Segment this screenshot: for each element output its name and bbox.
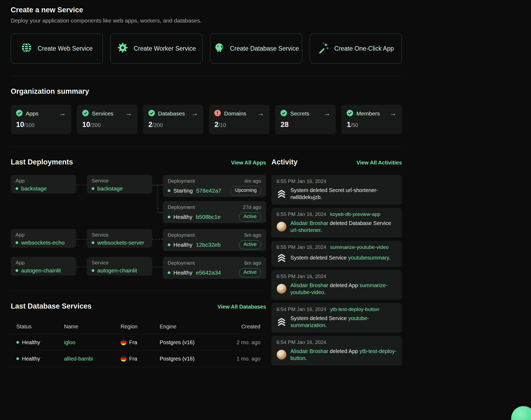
chat-bubble-button[interactable] bbox=[511, 406, 531, 420]
deployment-card[interactable]: Deployment 4m ago Starting 578e42a7 Upco… bbox=[163, 175, 266, 197]
activity-time: 6:54 PM Jan 16, 2024 bbox=[276, 306, 326, 312]
deployment-id-link[interactable]: 578e42a7 bbox=[196, 188, 221, 194]
create-one-click-app-label: Create One-Click App bbox=[334, 45, 394, 52]
activity-time: 6:55 PM Jan 16, 2024 bbox=[276, 273, 326, 279]
koyeb-logo-icon bbox=[276, 189, 287, 199]
deployment-label: Deployment bbox=[168, 178, 195, 184]
status-dot bbox=[16, 269, 18, 272]
deployment-card[interactable]: Deployment 5m ago Healthy 12bc32eb Activ… bbox=[163, 229, 266, 251]
deployment-badge: Active bbox=[239, 240, 261, 249]
app-name-link[interactable]: websockets-echo bbox=[21, 239, 65, 246]
koyeb-logo-icon bbox=[276, 317, 287, 327]
activity-app-link[interactable]: koyeb-db-preview-app bbox=[330, 211, 380, 217]
connector-line bbox=[152, 239, 163, 239]
deployment-id-link[interactable]: 12bc32eb bbox=[196, 242, 220, 248]
summary-card-databases[interactable]: Databases → 2/200 bbox=[143, 105, 204, 134]
deployment-card[interactable]: Deployment 27d ago Healthy b508bc1e Acti… bbox=[163, 201, 266, 223]
create-buttons-row: Create Web Service Create Worker Service bbox=[11, 33, 402, 63]
summary-card-services[interactable]: Services → 10/200 bbox=[77, 105, 137, 134]
service-name-link[interactable]: websockets-server bbox=[97, 239, 144, 246]
summary-card-secrets[interactable]: Secrets → 28 bbox=[275, 105, 336, 134]
create-worker-service-button[interactable]: Create Worker Service bbox=[110, 33, 203, 63]
status-dot bbox=[92, 187, 94, 190]
activity-suffix: . bbox=[325, 322, 327, 328]
database-row[interactable]: Healthy allied-bambi Fra Postgres (v16) … bbox=[11, 350, 266, 367]
status-dot bbox=[16, 341, 19, 344]
db-name-link[interactable]: allied-bambi bbox=[64, 356, 121, 362]
connector-branch bbox=[152, 175, 163, 223]
activity-actor-link[interactable]: Alisdair Broshar bbox=[290, 348, 328, 354]
service-card[interactable]: Service backstage bbox=[87, 175, 152, 194]
db-name-link[interactable]: igloo bbox=[64, 339, 121, 346]
check-circle-icon bbox=[82, 110, 89, 117]
avatar bbox=[276, 284, 287, 294]
status-dot bbox=[92, 241, 94, 244]
deployment-label: Deployment bbox=[168, 232, 195, 238]
database-table: Status Name Region Engine Created Health… bbox=[11, 319, 266, 367]
arrow-right-icon: → bbox=[257, 110, 264, 117]
last-database-services-section: Last Database Services View All Database… bbox=[11, 291, 266, 367]
db-region: Fra bbox=[129, 339, 137, 346]
activity-object-link[interactable]: url-shortener bbox=[290, 227, 320, 233]
app-name-link[interactable]: autogen-chainlit bbox=[21, 267, 61, 274]
activity-actor: System bbox=[290, 255, 308, 261]
activity-action: deleted Secret bbox=[310, 187, 344, 193]
app-card[interactable]: App autogen-chainlit bbox=[11, 257, 76, 276]
create-database-service-button[interactable]: Create Database Service bbox=[210, 33, 302, 63]
deployment-badge: Upcoming bbox=[230, 186, 261, 195]
create-worker-service-label: Create Worker Service bbox=[134, 45, 196, 52]
deployment-id-link[interactable]: e5642a34 bbox=[196, 269, 221, 276]
status-dot bbox=[16, 241, 18, 244]
postgres-icon bbox=[214, 42, 225, 55]
activity-app-link[interactable]: ytb-test-deploy-button bbox=[330, 306, 379, 312]
db-region: Fra bbox=[129, 356, 137, 362]
activity-actor: System bbox=[290, 187, 308, 193]
connector-line bbox=[76, 267, 87, 267]
column-header-name: Name bbox=[64, 324, 121, 330]
status-dot bbox=[16, 187, 18, 190]
db-created: 1 mo. ago bbox=[220, 356, 260, 362]
column-header-created: Created bbox=[220, 324, 260, 330]
deployment-card[interactable]: Deployment 6m ago Healthy e5642a34 Activ… bbox=[163, 257, 266, 279]
app-card[interactable]: App websockets-echo bbox=[11, 229, 76, 248]
db-status: Healthy bbox=[22, 356, 40, 362]
activity-actor-link[interactable]: Alisdair Broshar bbox=[290, 220, 328, 226]
summary-card-members[interactable]: Members → 1/50 bbox=[341, 105, 402, 134]
deployment-status: Starting bbox=[173, 188, 193, 194]
column-header-status: Status bbox=[16, 324, 64, 330]
service-card[interactable]: Service autogen-chainlit bbox=[87, 257, 152, 276]
view-all-apps-link[interactable]: View All Apps bbox=[231, 160, 266, 166]
activity-app-link[interactable]: summarize-youtube-video bbox=[330, 244, 389, 250]
connector-line bbox=[152, 267, 163, 267]
db-status: Healthy bbox=[22, 339, 40, 346]
app-name-link[interactable]: backstage bbox=[21, 185, 47, 192]
service-card[interactable]: Service websockets-server bbox=[87, 229, 152, 248]
service-name-link[interactable]: backstage bbox=[97, 185, 123, 192]
create-service-title: Create a new Service bbox=[11, 6, 402, 14]
deployment-status: Healthy bbox=[173, 214, 192, 220]
create-web-service-label: Create Web Service bbox=[38, 45, 92, 52]
app-card[interactable]: App backstage bbox=[11, 175, 76, 194]
organization-summary-title: Organization summary bbox=[11, 87, 402, 96]
service-name-link[interactable]: autogen-chainlit bbox=[97, 267, 137, 274]
create-one-click-app-button[interactable]: Create One-Click App bbox=[310, 33, 402, 63]
view-all-databases-link[interactable]: View All Databases bbox=[218, 304, 266, 310]
database-row[interactable]: Healthy igloo Fra Postgres (v16) 2 mo. a… bbox=[11, 334, 266, 350]
activity-item: 6:55 PM Jan 16, 2024 System deleted Secr… bbox=[271, 175, 402, 205]
service-label: Service bbox=[92, 178, 147, 184]
activity-object-link[interactable]: youtubesummary bbox=[348, 255, 389, 261]
deployment-id-link[interactable]: b508bc1e bbox=[196, 214, 220, 220]
view-all-activities-link[interactable]: View All Activities bbox=[357, 160, 402, 166]
create-database-service-label: Create Database Service bbox=[230, 45, 299, 52]
summary-card-label: Apps bbox=[26, 110, 56, 117]
connector-line bbox=[76, 185, 87, 185]
app-label: App bbox=[16, 260, 71, 266]
organization-summary-section: Organization summary Apps → 10/100 Servi… bbox=[11, 76, 402, 134]
summary-card-domains[interactable]: Domains → 2/10 bbox=[209, 105, 270, 134]
arrow-right-icon: → bbox=[191, 110, 198, 117]
summary-card-apps[interactable]: Apps → 10/100 bbox=[11, 105, 71, 134]
create-web-service-button[interactable]: Create Web Service bbox=[11, 33, 103, 63]
activity-suffix: . bbox=[305, 355, 307, 361]
deployment-status: Healthy bbox=[173, 269, 192, 276]
activity-actor-link[interactable]: Alisdair Broshar bbox=[290, 282, 328, 288]
